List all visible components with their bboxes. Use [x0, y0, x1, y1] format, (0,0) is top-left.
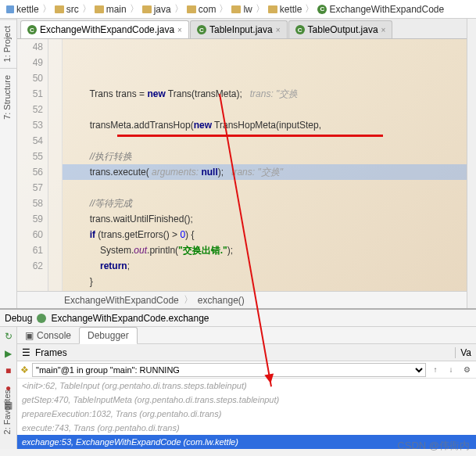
code-line[interactable]: //等待完成	[63, 196, 476, 211]
code-line[interactable]: return;	[63, 258, 476, 274]
structure-tool-tab[interactable]: 7: Structure	[0, 68, 16, 126]
stop-icon[interactable]: ■	[2, 364, 15, 377]
rerun-icon[interactable]: ↻	[2, 330, 15, 343]
resume-icon[interactable]: ▶	[2, 347, 15, 360]
bc-module[interactable]: kettle	[5, 4, 41, 15]
code-line[interactable]: }	[63, 274, 476, 289]
close-icon[interactable]: ×	[177, 26, 182, 34]
code-line[interactable]: if (trans.getErrors() > 0) {	[63, 227, 476, 242]
debug-tool-window: Debug ExchangeWithExpandCode.exchange ↻ …	[0, 308, 476, 449]
left-tool-rail: 1: Project 7: Structure	[0, 19, 17, 308]
code-line[interactable]: System.out.println("交换出错.");	[63, 242, 476, 258]
close-icon[interactable]: ×	[276, 26, 281, 34]
file-tab[interactable]: CTableInput.java×	[190, 20, 288, 38]
debugger-tab[interactable]: Debugger	[79, 327, 138, 344]
next-frame-icon[interactable]: ↓	[445, 364, 457, 376]
console-tab[interactable]: ▣Console	[17, 328, 79, 343]
watermark: CSDN @伟衙内	[397, 439, 470, 453]
code-line[interactable]: trans.waitUntilFinished();	[63, 211, 476, 227]
path-breadcrumbs: kettle〉 src〉 main〉 java〉 com〉 lw〉 kettle…	[0, 0, 476, 19]
thread-selector[interactable]: "main"@1 in group "main": RUNNING	[32, 363, 426, 377]
code-line[interactable]	[63, 289, 476, 291]
code-line[interactable]: //执行转换	[63, 149, 476, 164]
stack-frame-row[interactable]: <init>:62, TableInput (org.pentaho.di.tr…	[17, 379, 476, 393]
code-line[interactable]	[63, 102, 476, 117]
prev-frame-icon[interactable]: ↑	[429, 364, 442, 376]
close-icon[interactable]: ×	[381, 26, 386, 34]
frames-title: Frames	[35, 347, 67, 358]
bc-folder[interactable]: kettle	[267, 4, 304, 15]
bc-folder[interactable]: src	[53, 4, 81, 15]
file-tabs: CExchangeWithExpandCode.java× CTableInpu…	[17, 19, 476, 39]
bc-class[interactable]: CExchangeWithExpandCode	[316, 4, 446, 15]
stack-frame-row[interactable]: getStep:470, TableInputMeta (org.pentaho…	[17, 393, 476, 407]
stack-frame-row[interactable]: execute:743, Trans (org.pentaho.di.trans…	[17, 421, 476, 435]
editor-area: CExchangeWithExpandCode.java× CTableInpu…	[17, 19, 476, 308]
code-line[interactable]: trans.execute( arguments: null); trans: …	[63, 164, 476, 180]
bc-folder[interactable]: com	[185, 4, 218, 15]
vars-title: Va	[455, 347, 471, 358]
code-line[interactable]	[63, 180, 476, 196]
debug-title: Debug	[5, 313, 32, 324]
bc-folder[interactable]: lw	[230, 4, 253, 15]
editor-scrollbar[interactable]	[467, 19, 476, 308]
code-line[interactable]: transMeta.addTransHop(new TransHopMeta(i…	[63, 117, 476, 133]
favorites-tool-tab[interactable]: 2: Favorites	[0, 383, 14, 440]
bc-folder[interactable]: main	[93, 4, 128, 15]
gutter-marks	[48, 39, 63, 291]
code-line[interactable]: Trans trans = new Trans(transMeta); tran…	[63, 86, 476, 102]
line-gutter: 484950515253545556575859606162	[17, 39, 48, 291]
file-tab[interactable]: CExchangeWithExpandCode.java×	[20, 20, 189, 38]
annotation-underline	[117, 135, 383, 137]
filter-icon[interactable]: ⚙	[460, 364, 473, 376]
debug-config-name[interactable]: ExchangeWithExpandCode.exchange	[51, 313, 209, 324]
code-editor[interactable]: 484950515253545556575859606162 Trans tra…	[17, 39, 476, 291]
frames-icon: ☰	[22, 347, 30, 358]
project-tool-tab[interactable]: 1: Project	[0, 19, 16, 68]
file-tab[interactable]: CTableOutput.java×	[288, 20, 393, 38]
bc-folder[interactable]: java	[141, 4, 173, 15]
editor-breadcrumb[interactable]: ExchangeWithExpandCode〉exchange()	[17, 291, 476, 308]
thread-icon: ❖	[20, 364, 29, 375]
stack-frame-row[interactable]: prepareExecution:1032, Trans (org.pentah…	[17, 407, 476, 421]
bug-icon	[37, 314, 46, 323]
